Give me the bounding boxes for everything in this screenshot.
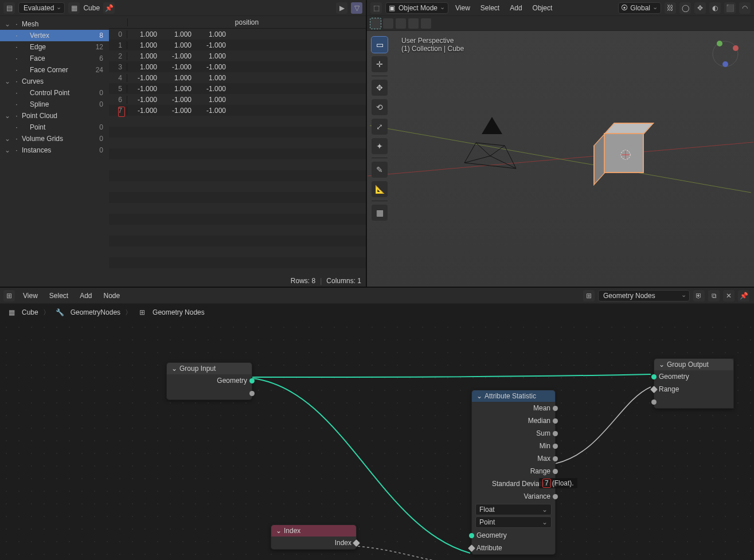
- domain-point-cloud[interactable]: ⌄·Point Cloud: [0, 110, 109, 122]
- play-icon[interactable]: ▶: [336, 2, 347, 14]
- table-row[interactable]: 7-1.000-1.000-1.000: [109, 105, 366, 116]
- domain-point[interactable]: ·Point0: [0, 122, 109, 133]
- field-domain[interactable]: Point: [475, 516, 552, 528]
- filter-icon[interactable]: ▽: [351, 2, 362, 14]
- domain-curves[interactable]: ⌄·Curves: [0, 76, 109, 87]
- duplicate-icon[interactable]: ⧉: [708, 290, 720, 301]
- menu-select[interactable]: Select: [477, 3, 503, 13]
- editor-type-icon[interactable]: ⬚: [370, 2, 382, 14]
- table-row[interactable]: 31.000-1.000-1.000: [109, 61, 366, 72]
- breadcrumb-group[interactable]: Geometry Nodes: [153, 308, 205, 316]
- socket-variance-out[interactable]: [553, 494, 558, 499]
- domain-vertex[interactable]: ·Vertex8: [0, 30, 109, 41]
- table-row[interactable]: 6-1.000-1.0001.000: [109, 94, 366, 105]
- tool-annotate[interactable]: ✎: [372, 162, 388, 178]
- ne-menu-node[interactable]: Node: [100, 291, 124, 301]
- socket-attribute-in[interactable]: [468, 545, 475, 552]
- menu-add[interactable]: Add: [506, 3, 525, 13]
- socket-virtual-in[interactable]: [651, 400, 657, 405]
- shield-icon[interactable]: ⛨: [693, 290, 705, 301]
- socket-virtual-out[interactable]: [249, 391, 255, 396]
- breadcrumb-cube[interactable]: Cube: [22, 308, 38, 316]
- select-mode-intersect[interactable]: [408, 18, 419, 29]
- node-group-input[interactable]: Group Input Geometry: [166, 362, 252, 400]
- domain-instances[interactable]: ⌄·Instances0: [0, 144, 109, 156]
- editor-type-icon[interactable]: ⊞: [3, 290, 15, 301]
- ne-menu-select[interactable]: Select: [46, 291, 72, 301]
- pin-icon[interactable]: 📌: [738, 290, 749, 301]
- node-title[interactable]: Attribute Statistic: [472, 390, 555, 402]
- node-title[interactable]: Index: [271, 525, 356, 536]
- socket-max-out[interactable]: [553, 456, 558, 461]
- ne-menu-add[interactable]: Add: [76, 291, 95, 301]
- table-row[interactable]: 01.0001.0001.000: [109, 29, 366, 40]
- domain-volume-grids[interactable]: ⌄·Volume Grids0: [0, 133, 109, 144]
- tool-select[interactable]: ▭: [372, 37, 388, 53]
- socket-min-out[interactable]: [553, 444, 558, 449]
- menu-view[interactable]: View: [452, 3, 474, 13]
- select-mode-box[interactable]: [370, 18, 381, 29]
- pin-icon[interactable]: 📌: [103, 2, 115, 14]
- orientation-dropdown[interactable]: ⦿ Global: [618, 2, 661, 14]
- tool-rotate[interactable]: ⟲: [372, 99, 388, 115]
- domain-control-point[interactable]: ·Control Point0: [0, 87, 109, 99]
- 3d-viewport[interactable]: ⬚ ▣ Object Mode View Select Add Object ⦿…: [367, 0, 754, 287]
- socket-geometry-in[interactable]: [651, 374, 657, 379]
- camera-object[interactable]: [459, 117, 528, 169]
- field-type[interactable]: Float: [475, 504, 552, 515]
- column-header-position[interactable]: position: [127, 18, 366, 26]
- socket-median-out[interactable]: [553, 418, 558, 424]
- table-row[interactable]: 4-1.0001.0001.000: [109, 72, 366, 83]
- socket-sum-out[interactable]: [553, 431, 558, 436]
- table-row[interactable]: 11.0001.000-1.000: [109, 40, 366, 50]
- node-title[interactable]: Group Output: [654, 359, 733, 370]
- domain-mesh[interactable]: ⌄·Mesh: [0, 18, 109, 30]
- eval-mode-dropdown[interactable]: Evaluated: [18, 2, 65, 14]
- domain-face[interactable]: ·Face6: [0, 53, 109, 64]
- node-title[interactable]: Group Input: [167, 363, 252, 374]
- socket-geometry-out[interactable]: [249, 378, 255, 383]
- snap-icon[interactable]: ⛓: [665, 2, 676, 14]
- node-group-output[interactable]: Group Output Geometry Range: [654, 358, 734, 409]
- nodegroup-icon[interactable]: ⊞: [583, 290, 595, 301]
- nav-gizmo[interactable]: [708, 37, 743, 71]
- mode-dropdown[interactable]: ▣ Object Mode: [385, 2, 448, 14]
- menu-object[interactable]: Object: [529, 3, 556, 13]
- select-mode-extend[interactable]: [383, 18, 393, 29]
- gizmo-toggle-icon[interactable]: ✥: [694, 2, 706, 14]
- socket-geometry-in[interactable]: [469, 533, 474, 538]
- socket-mean-out[interactable]: [553, 406, 558, 411]
- shading-icon[interactable]: ◠: [739, 2, 751, 14]
- table-row[interactable]: 5-1.0001.000-1.000: [109, 83, 366, 94]
- overlay-toggle-icon[interactable]: ◐: [709, 2, 721, 14]
- domain-edge[interactable]: ·Edge12: [0, 41, 109, 53]
- socket-range-out[interactable]: [553, 469, 558, 474]
- tool-add-cube[interactable]: ▦: [372, 205, 388, 221]
- socket-row-mean: Mean: [472, 402, 555, 414]
- tool-move[interactable]: ✥: [372, 80, 388, 96]
- nodegroup-name[interactable]: Geometry Nodes: [598, 290, 690, 301]
- ne-menu-view[interactable]: View: [19, 291, 41, 301]
- breadcrumb-cube-icon[interactable]: ▦: [6, 307, 17, 318]
- select-mode-invert[interactable]: [421, 18, 431, 29]
- tool-scale[interactable]: ⤢: [372, 119, 388, 135]
- xray-icon[interactable]: ⬛: [724, 2, 736, 14]
- tool-cursor[interactable]: ✛: [372, 56, 388, 72]
- node-canvas[interactable]: Group Input Geometry Index Index: [0, 321, 754, 560]
- socket-range-in[interactable]: [650, 386, 658, 393]
- select-mode-subtract[interactable]: [396, 18, 406, 29]
- node-attribute-statistic[interactable]: Attribute Statistic MeanMedianSumMinMaxR…: [471, 390, 556, 555]
- editor-type-icon[interactable]: ▤: [3, 2, 15, 14]
- tool-transform[interactable]: ✦: [372, 138, 388, 154]
- cube-object[interactable]: [593, 123, 645, 174]
- svg-line-6: [490, 156, 516, 169]
- unlink-icon[interactable]: ✕: [723, 290, 735, 301]
- node-index[interactable]: Index Index: [271, 524, 357, 550]
- domain-face-corner[interactable]: ·Face Corner24: [0, 64, 109, 76]
- proportional-icon[interactable]: ◯: [679, 2, 691, 14]
- socket-index-out[interactable]: [353, 539, 360, 547]
- breadcrumb-modifier[interactable]: GeometryNodes: [71, 308, 120, 316]
- table-row[interactable]: 21.000-1.0001.000: [109, 50, 366, 61]
- tool-measure[interactable]: 📐: [372, 181, 388, 197]
- domain-spline[interactable]: ·Spline0: [0, 99, 109, 110]
